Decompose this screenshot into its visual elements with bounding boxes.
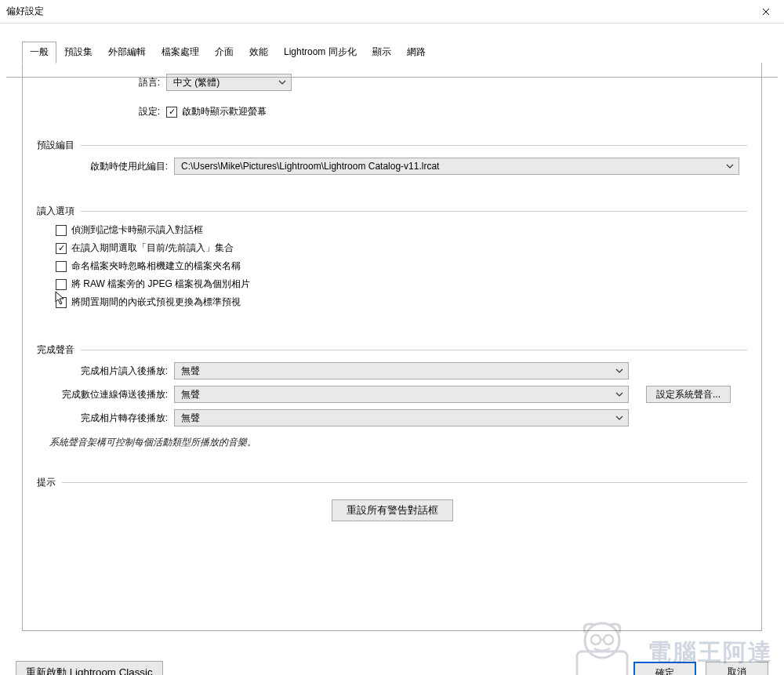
sound-value-1: 無聲 bbox=[181, 365, 200, 378]
language-value: 中文 (繁體) bbox=[173, 76, 220, 89]
group-line bbox=[37, 211, 747, 212]
close-button[interactable] bbox=[748, 0, 784, 24]
tab-general[interactable]: 一般 bbox=[22, 42, 56, 64]
settings-label: 設定: bbox=[37, 105, 166, 118]
dialog-footer: 重新啟動 Lightroom Classic 確定 取消 bbox=[16, 661, 768, 675]
window-title: 偏好設定 bbox=[6, 5, 44, 18]
group-line bbox=[37, 145, 747, 146]
catalog-select[interactable]: C:\Users\Mike\Pictures\Lightroom\Lightro… bbox=[174, 158, 739, 175]
group-line bbox=[37, 482, 747, 483]
cancel-button[interactable]: 取消 bbox=[706, 662, 768, 676]
group-title-sounds: 完成聲音 bbox=[37, 343, 81, 357]
import-label-3: 命名檔案夾時忽略相機建立的檔案夾名稱 bbox=[71, 259, 241, 273]
footer-right: 確定 取消 bbox=[633, 662, 768, 676]
import-checkbox-block: 偵測到記憶卡時顯示讀入對話框 在讀入期間選取「目前/先前讀入」集合 命名檔案夾時… bbox=[45, 223, 739, 309]
sound-select-1[interactable]: 無聲 bbox=[174, 362, 629, 379]
import-row-1: 偵測到記憶卡時顯示讀入對話框 bbox=[56, 223, 739, 237]
import-label-1: 偵測到記憶卡時顯示讀入對話框 bbox=[71, 223, 203, 237]
close-icon bbox=[762, 8, 770, 16]
import-cb-5[interactable] bbox=[56, 297, 67, 308]
sound-label-1: 完成相片讀入後播放: bbox=[45, 365, 174, 378]
system-sound-label: 設定系統聲音... bbox=[656, 388, 720, 401]
group-title-hints: 提示 bbox=[37, 476, 62, 489]
sound-note: 系統聲音架構可控制每個活動類型所播放的音樂。 bbox=[49, 436, 739, 449]
sound-select-3[interactable]: 無聲 bbox=[174, 409, 629, 426]
title-bar: 偏好設定 bbox=[0, 0, 784, 24]
group-title-import: 讀入選項 bbox=[37, 205, 81, 218]
catalog-row: 啟動時使用此編目: C:\Users\Mike\Pictures\Lightro… bbox=[45, 158, 739, 175]
group-import-options: 讀入選項 偵測到記憶卡時顯示讀入對話框 在讀入期間選取「目前/先前讀入」集合 命… bbox=[37, 205, 747, 323]
import-label-4: 將 RAW 檔案旁的 JPEG 檔案視為個別相片 bbox=[71, 278, 250, 291]
tab-performance[interactable]: 效能 bbox=[241, 42, 276, 64]
import-row-5: 將閒置期間的內嵌式預視更換為標準預視 bbox=[56, 296, 739, 309]
tab-interface[interactable]: 介面 bbox=[207, 42, 241, 64]
chevron-down-icon bbox=[615, 367, 623, 375]
tab-presets[interactable]: 預設集 bbox=[56, 42, 100, 64]
catalog-label: 啟動時使用此編目: bbox=[45, 160, 174, 173]
import-cb-2[interactable] bbox=[56, 243, 67, 254]
import-cb-1[interactable] bbox=[56, 225, 67, 236]
tab-network[interactable]: 網路 bbox=[399, 42, 434, 64]
import-label-5: 將閒置期間的內嵌式預視更換為標準預視 bbox=[71, 296, 241, 309]
show-splash-checkbox[interactable] bbox=[166, 107, 177, 118]
relaunch-button[interactable]: 重新啟動 Lightroom Classic bbox=[16, 661, 163, 675]
show-splash-label: 啟動時顯示歡迎螢幕 bbox=[182, 105, 267, 118]
system-sound-button[interactable]: 設定系統聲音... bbox=[646, 386, 731, 403]
language-label: 語言: bbox=[37, 76, 166, 89]
tab-panel-general: 語言: 中文 (繁體) 設定: 啟動時顯示歡迎螢幕 預設編目 啟動時使用此編目:… bbox=[22, 63, 762, 631]
group-hints: 提示 重設所有警告對話框 bbox=[37, 476, 747, 531]
tab-file-handling[interactable]: 檔案處理 bbox=[154, 42, 207, 64]
svg-point-2 bbox=[591, 635, 601, 644]
sound-label-3: 完成相片轉存後播放: bbox=[45, 412, 174, 425]
sound-value-3: 無聲 bbox=[181, 412, 200, 425]
sound-row-2: 完成數位連線傳送後播放: 無聲 設定系統聲音... bbox=[45, 386, 739, 403]
tab-strip: 一般 預設集 外部編輯 檔案處理 介面 效能 Lightroom 同步化 顯示 … bbox=[22, 41, 768, 63]
settings-row: 設定: 啟動時顯示歡迎螢幕 bbox=[37, 105, 747, 118]
tab-lightroom-sync[interactable]: Lightroom 同步化 bbox=[276, 42, 365, 64]
import-cb-4[interactable] bbox=[56, 279, 67, 290]
import-row-3: 命名檔案夾時忽略相機建立的檔案夾名稱 bbox=[56, 259, 739, 273]
sound-label-2: 完成數位連線傳送後播放: bbox=[45, 388, 174, 401]
reset-warnings-button[interactable]: 重設所有警告對話框 bbox=[332, 499, 453, 521]
sound-select-2[interactable]: 無聲 bbox=[174, 386, 629, 403]
sound-row-1: 完成相片讀入後播放: 無聲 bbox=[45, 362, 739, 379]
chevron-down-icon bbox=[726, 162, 734, 170]
import-label-2: 在讀入期間選取「目前/先前讀入」集合 bbox=[71, 241, 234, 255]
group-default-catalog: 預設編目 啟動時使用此編目: C:\Users\Mike\Pictures\Li… bbox=[37, 139, 747, 184]
tab-external-edit[interactable]: 外部編輯 bbox=[100, 42, 154, 64]
group-sounds: 完成聲音 完成相片讀入後播放: 無聲 完成數位連線傳送後播放: 無聲 設定系統聲… bbox=[37, 343, 747, 459]
chevron-down-icon bbox=[278, 78, 286, 86]
import-row-4: 將 RAW 檔案旁的 JPEG 檔案視為個別相片 bbox=[56, 278, 739, 291]
import-row-2: 在讀入期間選取「目前/先前讀入」集合 bbox=[56, 241, 739, 255]
catalog-path: C:\Users\Mike\Pictures\Lightroom\Lightro… bbox=[181, 161, 439, 172]
sound-row-3: 完成相片轉存後播放: 無聲 bbox=[45, 409, 739, 426]
sound-value-2: 無聲 bbox=[181, 388, 200, 401]
import-cb-3[interactable] bbox=[56, 261, 67, 272]
dialog-body: 一般 預設集 外部編輯 檔案處理 介面 效能 Lightroom 同步化 顯示 … bbox=[0, 41, 784, 675]
chevron-down-icon bbox=[615, 390, 623, 398]
tab-display[interactable]: 顯示 bbox=[365, 42, 399, 64]
group-line bbox=[37, 350, 747, 350]
group-title-catalog: 預設編目 bbox=[37, 139, 81, 152]
chevron-down-icon bbox=[615, 414, 623, 422]
svg-point-3 bbox=[604, 635, 613, 644]
ok-button[interactable]: 確定 bbox=[633, 662, 696, 676]
tab-border bbox=[6, 77, 778, 78]
